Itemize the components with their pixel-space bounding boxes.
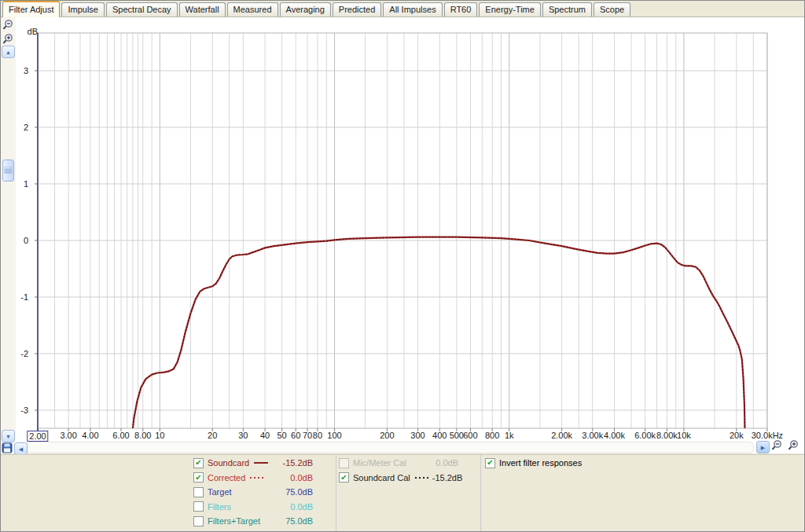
legend-item-mic-meter-cal: Mic/Meter Cal0.0dB <box>339 457 458 468</box>
soundcard-cal-level-value: -15.2dB <box>432 473 463 482</box>
legend-label: Filters <box>208 502 231 512</box>
soundcard-cal-checkbox[interactable]: ✔ <box>339 472 349 482</box>
x-tick-label: 3.00k <box>582 431 603 440</box>
soundcard-level-value: -15.2dB <box>271 458 313 468</box>
filters-level-value: 0.0dB <box>253 502 313 512</box>
x-tick-label: 3.00 <box>60 431 76 440</box>
x-tick-label: 40 <box>260 431 270 440</box>
tab-predicted[interactable]: Predicted <box>333 2 381 17</box>
chevron-down-icon: ▼ <box>6 434 11 439</box>
y-tick-label: -1 <box>5 292 28 302</box>
filters-target-checkbox[interactable] <box>193 516 204 526</box>
legend-swatch-empty <box>265 517 282 526</box>
tab-spectrum[interactable]: Spectrum <box>542 2 592 17</box>
x-tick-label: 100 <box>327 431 341 440</box>
x-axis-min-field[interactable]: 2.00 <box>27 431 48 442</box>
tab-filter-adjust[interactable]: Filter Adjust <box>2 1 60 17</box>
legend-separator <box>480 454 481 532</box>
legend-item-corrected: ✔Corrected0.0dB <box>193 472 313 483</box>
x-tick-label: 30 <box>238 431 248 440</box>
tab-bar: Filter AdjustImpulseSpectral DecayWaterf… <box>0 2 805 17</box>
soundcard-cal-line-swatch <box>415 473 432 482</box>
legend-label: Filters+Target <box>208 516 260 526</box>
tab-scope[interactable]: Scope <box>594 2 630 17</box>
scroll-left-button[interactable]: ◀ <box>14 442 28 455</box>
x-tick-label: 10k <box>677 431 691 440</box>
corrected-checkbox[interactable]: ✔ <box>193 472 204 482</box>
x-tick-label: 500 <box>450 431 464 440</box>
scroll-down-button[interactable]: ▼ <box>2 430 15 442</box>
soundcard-line-swatch <box>254 459 271 468</box>
x-tick-label: 6.00k <box>634 431 656 440</box>
mic-meter-cal-checkbox[interactable] <box>339 458 349 468</box>
legend-item-filters: Filters0.0dB <box>193 501 313 512</box>
filters-checkbox[interactable] <box>193 501 204 512</box>
legend-group-traces: ✔Soundcard-15.2dB✔Corrected0.0dBTarget75… <box>193 457 313 530</box>
x-tick-label: 20 <box>208 431 217 440</box>
legend-item-invert-filter-responses: ✔Invert filter responses <box>485 457 642 468</box>
tab-measured[interactable]: Measured <box>227 2 278 17</box>
legend-label: Soundcard Cal <box>353 473 410 482</box>
chevron-right-icon: ▶ <box>761 445 765 450</box>
save-graph-icon[interactable] <box>2 442 13 455</box>
x-tick-label: 70 <box>303 431 312 440</box>
chevron-left-icon: ◀ <box>19 446 23 452</box>
x-tick-label: 8.00k <box>656 431 678 440</box>
corrected-line-swatch <box>250 473 267 482</box>
legend-swatch-empty <box>237 488 254 497</box>
x-tick-label: 1k <box>505 431 514 440</box>
y-tick-label: -2 <box>5 349 28 358</box>
tab-all-impulses[interactable]: All Impulses <box>383 2 442 17</box>
x-zoom-in-icon[interactable] <box>787 439 799 453</box>
legend-item-target: Target75.0dB <box>193 486 313 497</box>
x-tick-label: 6.00 <box>112 431 129 440</box>
y-tick-label: 3 <box>5 66 28 75</box>
legend-label: Target <box>208 487 232 497</box>
legend-group-options: ✔Invert filter responses <box>485 457 642 472</box>
left-toolbar <box>0 17 16 440</box>
invert-filter-responses-checkbox[interactable]: ✔ <box>485 458 495 468</box>
x-zoom-out-icon[interactable] <box>770 439 783 453</box>
x-tick-label: 4.00 <box>82 431 98 440</box>
tab-energy-time[interactable]: Energy-Time <box>479 2 541 17</box>
x-tick-label: 60 <box>291 431 300 440</box>
legend-item-soundcard: ✔Soundcard-15.2dB <box>193 457 313 468</box>
x-tick-label: 20k <box>730 431 744 440</box>
legend-item-soundcard-cal: ✔Soundcard Cal-15.2dB <box>339 472 458 483</box>
scroll-up-button[interactable]: ▲ <box>2 46 15 58</box>
x-tick-label: 10 <box>155 431 164 440</box>
legend-label: Soundcard <box>208 458 249 468</box>
tab-waterfall[interactable]: Waterfall <box>179 2 226 17</box>
x-tick-label: 300 <box>410 431 425 440</box>
y-zoom-out-icon[interactable] <box>2 19 14 33</box>
filters-target-level-value: 75.0dB <box>282 516 313 526</box>
chevron-up-icon: ▲ <box>6 50 11 55</box>
soundcard-checkbox[interactable]: ✔ <box>193 458 204 468</box>
x-tick-label: 2.00k <box>551 431 572 440</box>
legend-item-filters-target: Filters+Target75.0dB <box>193 515 313 526</box>
target-checkbox[interactable] <box>193 487 204 497</box>
corrected-level-value: 0.0dB <box>267 473 313 482</box>
legend-swatch-empty <box>236 502 253 511</box>
y-tick-label: 0 <box>5 236 28 245</box>
y-tick-label: 2 <box>5 123 28 132</box>
horizontal-scrollbar[interactable] <box>26 442 754 453</box>
tab-averaging[interactable]: Averaging <box>280 2 331 17</box>
legend-group-cal: Mic/Meter Cal0.0dB✔Soundcard Cal-15.2dB <box>339 457 458 486</box>
tab-spectral-decay[interactable]: Spectral Decay <box>106 2 178 17</box>
legend-label: Corrected <box>208 473 245 482</box>
x-tick-label: 400 <box>432 431 447 440</box>
tab-impulse[interactable]: Impulse <box>61 2 105 17</box>
target-level-value: 75.0dB <box>254 487 313 497</box>
scroll-right-button[interactable]: ▶ <box>756 441 770 453</box>
y-tick-label: -3 <box>5 405 28 415</box>
legend-label: Mic/Meter Cal <box>353 458 406 468</box>
legend-separator <box>336 454 336 532</box>
x-tick-label: 80 <box>313 431 322 440</box>
x-tick-label: 8.00 <box>134 431 151 440</box>
tab-rt60[interactable]: RT60 <box>444 2 478 17</box>
chart-panel <box>0 17 805 453</box>
x-tick-label: 200 <box>380 431 394 440</box>
vertical-scrollbar-thumb[interactable] <box>2 160 14 182</box>
x-tick-label: 50 <box>277 431 286 440</box>
